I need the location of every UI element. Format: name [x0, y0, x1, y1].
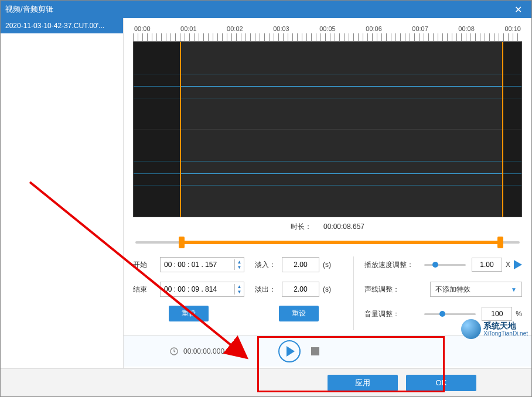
ruler-tick: 00:01 — [180, 25, 197, 32]
waveform[interactable] — [133, 42, 522, 217]
range-handle-end[interactable] — [497, 237, 503, 248]
start-time-input[interactable]: ▲▼ — [160, 257, 244, 272]
end-label: 结束 — [133, 285, 160, 295]
sidebar-item[interactable]: 2020-11-03-10-42-37.CUT.00'... — [1, 18, 123, 33]
end-time-input[interactable]: ▲▼ — [160, 282, 244, 297]
range-slider[interactable] — [135, 234, 520, 251]
spin-up-icon[interactable]: ▲ — [235, 284, 244, 289]
playhead-time: 00:00:00.000 — [169, 347, 224, 356]
volume-input[interactable] — [482, 307, 512, 321]
chevron-down-icon: ▼ — [511, 286, 517, 293]
range-handle-start[interactable] — [179, 237, 185, 248]
ruler-tick: 00:08 — [458, 25, 475, 32]
reset-fade-button[interactable]: 重设 — [279, 306, 319, 321]
voice-effect-dropdown[interactable]: 不添加特效 ▼ — [430, 282, 522, 297]
player-bar: 00:00:00.000 — [124, 335, 531, 367]
window-title: 视频/音频剪辑 — [5, 4, 509, 15]
bottom-bar: 应用 OK — [1, 368, 531, 396]
ruler-tick: 00:05 — [319, 25, 336, 32]
voice-label: 声线调整： — [364, 285, 418, 295]
selection-end-marker[interactable] — [502, 42, 503, 217]
speed-label: 播放速度调整： — [364, 260, 418, 270]
selection-start-marker[interactable] — [180, 42, 181, 217]
svg-rect-1 — [235, 355, 243, 356]
goto-button[interactable] — [235, 347, 245, 356]
spin-down-icon[interactable]: ▼ — [235, 289, 244, 295]
ruler-tick: 00:10 — [504, 25, 521, 32]
ruler-tick: 00:03 — [273, 25, 289, 32]
play-icon — [287, 346, 295, 357]
duration-display: 时长：00:00:08.657 — [133, 222, 522, 232]
speed-slider[interactable] — [424, 259, 466, 271]
titlebar: 视频/音频剪辑 ✕ — [1, 1, 531, 18]
file-sidebar: 2020-11-03-10-42-37.CUT.00'... — [1, 18, 124, 368]
fadeout-label: 淡出： — [255, 285, 282, 295]
ruler-tick: 00:00 — [134, 25, 151, 32]
fadein-input[interactable] — [282, 257, 319, 272]
reset-trim-button[interactable]: 重设 — [169, 306, 209, 321]
ruler-tick: 00:02 — [227, 25, 243, 32]
editor-main: 00:0000:0100:0200:0300:0500:0600:0700:08… — [124, 18, 531, 368]
volume-label: 音量调整： — [364, 309, 418, 319]
ok-button[interactable]: OK — [406, 375, 476, 391]
timeline-ruler: 00:0000:0100:0200:0300:0500:0600:0700:08… — [133, 25, 522, 42]
spin-down-icon[interactable]: ▼ — [235, 265, 244, 270]
speed-input[interactable] — [472, 258, 502, 272]
ruler-tick: 00:07 — [412, 25, 428, 32]
stop-button[interactable] — [311, 347, 319, 355]
spin-up-icon[interactable]: ▲ — [235, 259, 244, 265]
fadeout-input[interactable] — [282, 282, 319, 297]
fadein-label: 淡入： — [255, 260, 282, 270]
start-label: 开始 — [133, 260, 160, 270]
clock-icon — [169, 347, 179, 356]
apply-button[interactable]: 应用 — [328, 375, 398, 391]
ruler-tick: 00:06 — [366, 25, 382, 32]
volume-slider[interactable] — [424, 308, 476, 320]
preview-speed-button[interactable] — [514, 260, 522, 269]
play-button[interactable] — [278, 340, 301, 362]
close-button[interactable]: ✕ — [509, 1, 527, 18]
